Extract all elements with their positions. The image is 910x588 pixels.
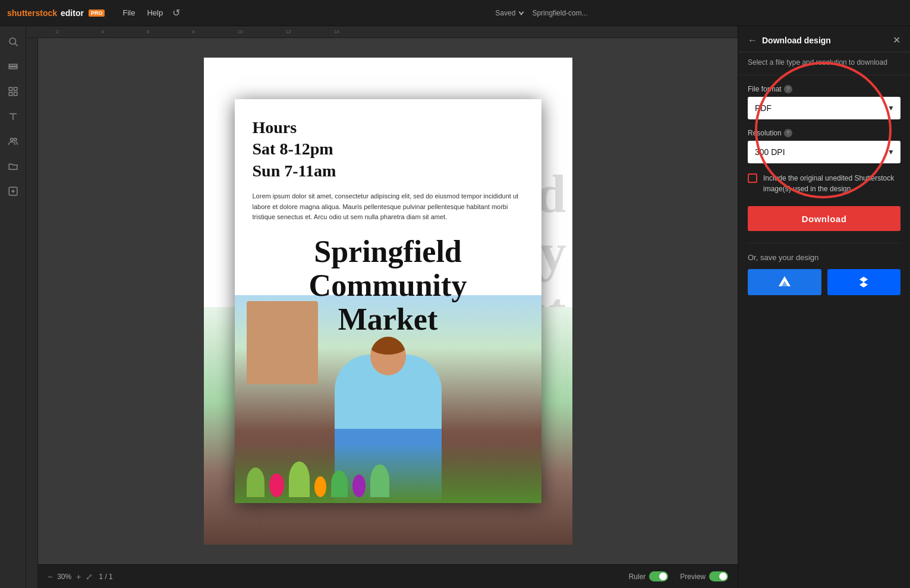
flyer-title: Springfield Community Market bbox=[253, 235, 524, 337]
panel-header-left: ← Download design bbox=[748, 35, 831, 46]
resolution-select[interactable]: 72 DPI 150 DPI 300 DPI bbox=[748, 141, 900, 163]
zoom-controls: − 30% + ⤢ bbox=[48, 572, 93, 581]
panel-back-button[interactable]: ← bbox=[748, 35, 757, 46]
include-original-checkbox[interactable] bbox=[748, 173, 757, 183]
sidebar-search[interactable] bbox=[2, 31, 24, 52]
flyer-hours: Hours Sat 8-12pm Sun 7-11am bbox=[253, 117, 524, 182]
canvas-content: dyet Hours Sat 8-12pm Sun 7-11am Lorem i… bbox=[38, 38, 738, 564]
sidebar-users[interactable] bbox=[2, 131, 24, 152]
saved-label: Saved bbox=[495, 9, 515, 17]
plant-4 bbox=[370, 464, 389, 497]
dropbox-icon bbox=[857, 275, 871, 289]
main-area: 2 4 6 8 10 12 14 dyet Hours bbox=[0, 26, 910, 588]
file-format-help-icon[interactable]: ? bbox=[784, 85, 792, 93]
topbar-nav: File Help bbox=[122, 8, 163, 17]
topbar-center: Saved Springfield-com... bbox=[180, 9, 903, 17]
preview-switch[interactable] bbox=[709, 571, 728, 581]
ruler-marks: 2 4 6 8 10 12 14 bbox=[52, 29, 738, 34]
flyer-body-text: Lorem ipsum dolor sit amet, consectetur … bbox=[253, 191, 524, 223]
panel-title: Download design bbox=[762, 36, 831, 45]
nav-file[interactable]: File bbox=[122, 8, 135, 17]
ruler-mark: 6 bbox=[143, 29, 153, 34]
flyer-popup: Hours Sat 8-12pm Sun 7-11am Lorem ipsum … bbox=[235, 99, 541, 503]
panel-close-button[interactable]: ✕ bbox=[893, 34, 900, 46]
saved-status[interactable]: Saved bbox=[495, 9, 525, 17]
page-indicator: 1 / 1 bbox=[99, 573, 112, 581]
save-section-label: Or, save your design bbox=[748, 253, 900, 262]
svg-line-1 bbox=[15, 43, 17, 46]
flower-2 bbox=[314, 476, 326, 497]
svg-point-0 bbox=[10, 38, 16, 45]
zoom-out-button[interactable]: − bbox=[48, 572, 52, 581]
ruler-mark: 12 bbox=[282, 29, 295, 34]
plant-1 bbox=[247, 467, 265, 497]
logo-brand: shutterstock bbox=[7, 8, 57, 18]
nav-help[interactable]: Help bbox=[147, 8, 163, 17]
preview-label: Preview bbox=[680, 573, 706, 581]
file-format-select[interactable]: PDF JPG PNG SVG bbox=[748, 97, 900, 119]
right-panel: ← Download design ✕ Select a file type a… bbox=[738, 26, 910, 588]
svg-point-11 bbox=[14, 138, 17, 141]
dropbox-button[interactable] bbox=[827, 269, 901, 295]
ruler-mark: 2 bbox=[52, 29, 62, 34]
ruler-mark: 4 bbox=[97, 29, 107, 34]
logo-product: editor bbox=[61, 8, 84, 18]
svg-rect-3 bbox=[9, 67, 17, 69]
ruler-mark: 8 bbox=[188, 29, 198, 34]
plant-3 bbox=[331, 470, 348, 497]
google-drive-icon bbox=[777, 275, 792, 289]
save-buttons bbox=[748, 269, 900, 295]
sidebar-add-element[interactable] bbox=[2, 181, 24, 202]
flowers-area bbox=[235, 444, 541, 503]
person-hair bbox=[370, 337, 406, 355]
ruler-label: Ruler bbox=[629, 573, 646, 581]
panel-subtitle: Select a file type and resolution to dow… bbox=[738, 52, 910, 75]
include-original-label: Include the original unedited Shuttersto… bbox=[763, 173, 900, 194]
sidebar-layers[interactable] bbox=[2, 56, 24, 77]
ruler-vertical bbox=[26, 38, 38, 588]
canvas-area[interactable]: 2 4 6 8 10 12 14 dyet Hours bbox=[26, 26, 738, 588]
design-title: Springfield-com... bbox=[532, 9, 587, 17]
ruler-mark: 10 bbox=[234, 29, 247, 34]
svg-rect-5 bbox=[14, 87, 17, 90]
undo-button[interactable]: ↺ bbox=[172, 7, 180, 18]
resolution-help-icon[interactable]: ? bbox=[784, 129, 792, 137]
svg-marker-16 bbox=[859, 277, 868, 282]
left-sidebar bbox=[0, 26, 26, 588]
sidebar-folder[interactable] bbox=[2, 156, 24, 177]
ruler-switch[interactable] bbox=[649, 571, 668, 581]
svg-point-10 bbox=[10, 138, 13, 141]
ruler-horizontal: 2 4 6 8 10 12 14 bbox=[26, 26, 738, 38]
topbar: shutterstock editor PRO File Help ↺ Save… bbox=[0, 0, 910, 26]
flower-3 bbox=[352, 475, 366, 497]
ruler-switch-knob bbox=[659, 573, 667, 580]
logo: shutterstock editor PRO bbox=[7, 8, 105, 18]
fit-screen-icon[interactable]: ⤢ bbox=[86, 572, 93, 581]
bottom-bar: − 30% + ⤢ 1 / 1 Ruler Preview bbox=[38, 564, 738, 588]
resolution-select-wrapper: 72 DPI 150 DPI 300 DPI ▼ bbox=[748, 141, 900, 163]
plant-2 bbox=[289, 461, 310, 497]
chevron-down-icon bbox=[518, 10, 525, 17]
zoom-level: 30% bbox=[57, 573, 71, 581]
resolution-label: Resolution ? bbox=[748, 129, 900, 137]
google-drive-button[interactable] bbox=[748, 269, 821, 295]
flower-1 bbox=[269, 473, 284, 497]
panel-header: ← Download design ✕ bbox=[738, 26, 910, 52]
preview-switch-knob bbox=[719, 573, 727, 580]
ruler-toggle[interactable]: Ruler bbox=[629, 571, 669, 581]
svg-rect-2 bbox=[9, 64, 17, 66]
preview-toggle[interactable]: Preview bbox=[680, 571, 728, 581]
svg-rect-7 bbox=[14, 93, 17, 96]
sidebar-text[interactable] bbox=[2, 106, 24, 127]
ruler-mark: 14 bbox=[330, 29, 343, 34]
svg-rect-4 bbox=[9, 87, 12, 90]
file-format-select-wrapper: PDF JPG PNG SVG ▼ bbox=[748, 97, 900, 119]
sidebar-grid[interactable] bbox=[2, 81, 24, 102]
include-original-row: Include the original unedited Shuttersto… bbox=[748, 173, 900, 194]
panel-body: File format ? PDF JPG PNG SVG ▼ Resoluti… bbox=[738, 75, 910, 588]
logo-pro-badge: PRO bbox=[89, 10, 105, 17]
file-format-label: File format ? bbox=[748, 85, 900, 93]
zoom-in-button[interactable]: + bbox=[76, 572, 81, 581]
person-face bbox=[370, 337, 406, 375]
download-button[interactable]: Download bbox=[748, 206, 900, 231]
